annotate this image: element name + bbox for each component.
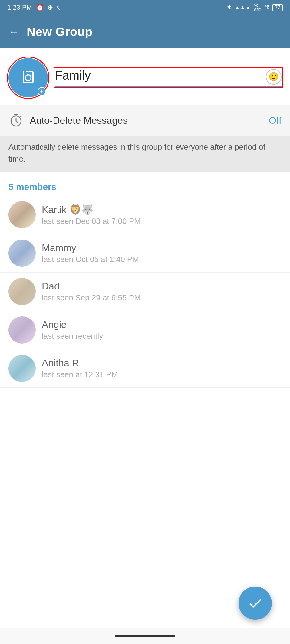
status-time: 1:23 PM <box>7 4 32 11</box>
timer-icon <box>8 113 24 128</box>
auto-delete-value[interactable]: Off <box>269 115 282 126</box>
avatar <box>8 316 36 344</box>
group-name-section: + 🙂 <box>0 48 290 105</box>
list-item[interactable]: Dad last seen Sep 29 at 6:55 PM <box>0 273 290 311</box>
member-name: Angie <box>42 319 282 330</box>
member-name: Mammy <box>42 242 282 253</box>
avatar <box>8 240 36 267</box>
status-left: 1:23 PM ⏰ ⊕ ☾ <box>7 4 63 11</box>
member-info: Mammy last seen Oct 05 at 1:40 PM <box>42 242 282 264</box>
member-info: Anitha R last seen at 12:31 PM <box>42 358 282 379</box>
list-item[interactable]: Mammy last seen Oct 05 at 1:40 PM <box>0 234 290 273</box>
home-indicator <box>115 635 175 637</box>
moon-icon: ☾ <box>57 4 63 11</box>
list-item[interactable]: Kartik 🦁🐺 last seen Dec 08 at 7:00 PM <box>0 196 290 234</box>
member-status: last seen Sep 29 at 6:55 PM <box>42 293 282 302</box>
battery-icon: 77 <box>272 4 283 11</box>
page-title: New Group <box>27 25 93 39</box>
auto-delete-label: Auto-Delete Messages <box>30 115 263 126</box>
list-item[interactable]: Angie last seen recently <box>0 311 290 349</box>
member-name: Kartik 🦁🐺 <box>42 204 282 215</box>
member-status: last seen Oct 05 at 1:40 PM <box>42 255 282 264</box>
member-info: Kartik 🦁🐺 last seen Dec 08 at 7:00 PM <box>42 204 282 226</box>
member-info: Angie last seen recently <box>42 319 282 341</box>
emoji-button[interactable]: 🙂 <box>266 69 282 85</box>
member-status: last seen at 12:31 PM <box>42 370 282 379</box>
members-section: 5 members Kartik 🦁🐺 last seen Dec 08 at … <box>0 172 290 388</box>
back-button[interactable]: ← <box>8 25 19 38</box>
avatar <box>8 278 36 305</box>
member-info: Dad last seen Sep 29 at 6:55 PM <box>42 281 282 302</box>
avatar-wrapper[interactable]: + <box>8 58 48 97</box>
camera-icon <box>20 70 36 86</box>
members-count: 5 members <box>0 175 290 196</box>
status-bar: 1:23 PM ⏰ ⊕ ☾ ✱ ▲▲▲ VoWiFi ⌘ 77 <box>0 0 290 15</box>
list-item[interactable]: Anitha R last seen at 12:31 PM <box>0 349 290 388</box>
whatsapp-status-icon: ⊕ <box>48 4 53 11</box>
signal-icon: ▲▲▲ <box>235 5 251 11</box>
auto-delete-section: Auto-Delete Messages Off Automatically d… <box>0 105 290 172</box>
avatar <box>8 201 36 228</box>
member-name: Anitha R <box>42 358 282 369</box>
member-status: last seen Dec 08 at 7:00 PM <box>42 217 282 226</box>
member-status: last seen recently <box>42 332 282 341</box>
wifi-icon: ⌘ <box>264 4 269 11</box>
auto-delete-description: Automatically delete messages in this gr… <box>0 136 290 172</box>
check-icon <box>247 595 263 611</box>
input-underline <box>55 86 282 87</box>
bottom-nav-bar <box>0 628 290 644</box>
toolbar: ← New Group <box>0 15 290 48</box>
auto-delete-row[interactable]: Auto-Delete Messages Off <box>0 105 290 136</box>
bluetooth-icon: ✱ <box>227 4 232 11</box>
group-name-input[interactable] <box>55 69 262 85</box>
name-input-wrapper: 🙂 <box>55 69 282 87</box>
vo-wifi-label: VoWiFi <box>254 3 261 12</box>
avatar <box>8 355 36 382</box>
alarm-icon: ⏰ <box>36 4 44 11</box>
confirm-fab[interactable] <box>239 587 272 620</box>
member-name: Dad <box>42 281 282 292</box>
add-photo-badge: + <box>38 87 46 96</box>
name-input-row: 🙂 <box>55 69 282 85</box>
status-right: ✱ ▲▲▲ VoWiFi ⌘ 77 <box>227 3 283 12</box>
